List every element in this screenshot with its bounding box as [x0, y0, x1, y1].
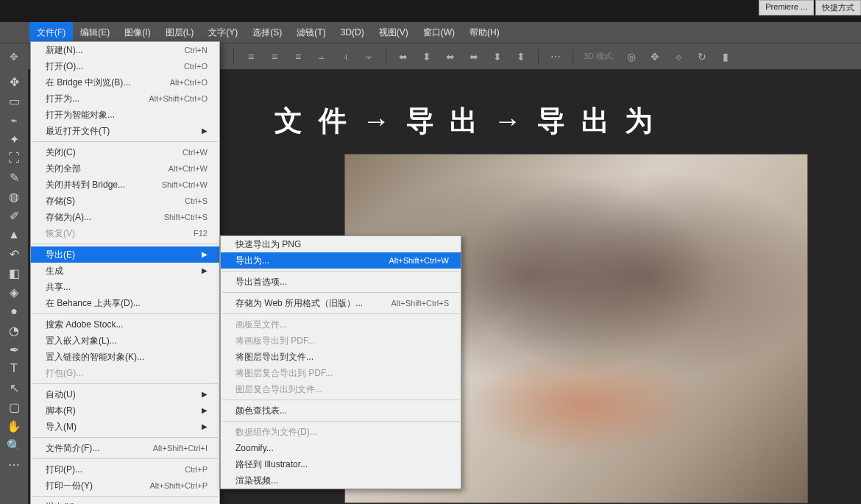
distribute-icon-3[interactable]: ⬌ — [444, 50, 457, 63]
tutorial-annotation: 文 件 → 导 出 → 导 出 为 — [274, 102, 657, 140]
type-tool[interactable]: T — [3, 360, 25, 377]
export-menu-item-18[interactable]: 渲染视频... — [221, 472, 461, 489]
export-menu-item-13[interactable]: 颜色查找表... — [221, 402, 461, 419]
distribute-h-icon[interactable]: ⬌ — [397, 50, 410, 63]
dodge-tool[interactable]: ◔ — [3, 322, 25, 339]
file-menu-item-7[interactable]: 关闭(C)Ctrl+W — [31, 144, 219, 160]
file-menu-item-11[interactable]: 存储为(A)...Shift+Ctrl+S — [31, 209, 219, 225]
export-menu-item-1[interactable]: 导出为...Alt+Shift+Ctrl+W — [221, 252, 461, 269]
file-menu-item-3[interactable]: 打开为...Alt+Shift+Ctrl+O — [31, 90, 219, 107]
taskbar-premiere[interactable]: Premiere ... — [759, 0, 814, 15]
file-menu-item-26[interactable]: 导入(M)▶ — [31, 419, 219, 435]
move-tool[interactable]: ✥ — [3, 73, 25, 90]
file-menu-item-label: 打开为智能对象... — [46, 109, 115, 121]
export-menu-item-16[interactable]: Zoomify... — [221, 440, 461, 456]
file-menu-item-14[interactable]: 导出(E)▶ — [31, 246, 219, 263]
file-menu-item-20[interactable]: 置入嵌入对象(L)... — [31, 333, 219, 349]
file-menu-item-24[interactable]: 自动(U)▶ — [31, 386, 219, 402]
menu-file[interactable]: 文件(F) — [29, 22, 73, 43]
file-menu-item-9[interactable]: 关闭并转到 Bridge...Shift+Ctrl+W — [31, 177, 219, 193]
distribute-icon-6[interactable]: ⬍ — [514, 50, 528, 63]
file-menu-item-2[interactable]: 在 Bridge 中浏览(B)...Alt+Ctrl+O — [31, 74, 219, 90]
menu-view[interactable]: 视图(V) — [372, 22, 416, 43]
menu-select[interactable]: 选择(S) — [245, 22, 289, 43]
export-menu-item-label: 路径到 Illustrator... — [235, 458, 308, 470]
file-menu-item-28[interactable]: 文件简介(F)...Alt+Shift+Ctrl+I — [31, 440, 219, 456]
stamp-tool[interactable]: ▲ — [3, 226, 25, 244]
lasso-tool[interactable]: ⌁ — [3, 111, 25, 129]
pen-tool[interactable]: ✒ — [3, 341, 25, 358]
rotate-icon[interactable]: ↻ — [695, 50, 709, 63]
file-menu-item-4[interactable]: 打开为智能对象... — [31, 107, 219, 123]
file-menu-item-19[interactable]: 搜索 Adobe Stock... — [31, 316, 219, 333]
file-menu-item-10[interactable]: 存储(S)Ctrl+S — [31, 193, 219, 209]
file-menu-item-0[interactable]: 新建(N)...Ctrl+N — [31, 42, 219, 58]
pan-icon[interactable]: ✥ — [648, 50, 662, 63]
distribute-icon-4[interactable]: ⬌ — [467, 50, 481, 63]
menu-image[interactable]: 图像(I) — [117, 22, 157, 43]
more-icon[interactable]: ⋯ — [549, 50, 562, 63]
align-top-icon[interactable]: ⫠ — [315, 50, 328, 63]
export-menu-item-0[interactable]: 快速导出为 PNG — [221, 236, 461, 252]
align-middle-icon[interactable]: ⫞ — [339, 50, 352, 63]
taskbar-shortcuts: Premiere ... 快捷方式 — [759, 0, 861, 15]
export-menu-item-label: Zoomify... — [235, 442, 274, 454]
file-menu-item-25[interactable]: 脚本(R)▶ — [31, 402, 219, 419]
move-tool-icon[interactable]: ✥ — [7, 50, 21, 63]
file-menu-item-label: 存储为(A)... — [46, 211, 91, 223]
file-menu-item-16[interactable]: 共享... — [31, 279, 219, 295]
align-left-icon[interactable]: ≡ — [244, 50, 258, 63]
menu-layer[interactable]: 图层(L) — [158, 22, 202, 43]
marquee-tool[interactable]: ▭ — [3, 92, 25, 110]
export-menu-item-3[interactable]: 导出首选项... — [221, 274, 461, 290]
eraser-tool[interactable]: ◧ — [3, 264, 25, 282]
gradient-tool[interactable]: ◈ — [3, 283, 25, 301]
align-right-icon[interactable]: ≡ — [291, 50, 305, 63]
export-menu-item-8: 将画板导出到 PDF... — [221, 333, 461, 349]
menu-edit[interactable]: 编辑(E) — [73, 22, 117, 43]
file-menu-item-1[interactable]: 打开(O)...Ctrl+O — [31, 58, 219, 74]
export-menu-item-17[interactable]: 路径到 Illustrator... — [221, 456, 461, 472]
blur-tool[interactable]: ● — [3, 302, 25, 320]
file-menu-item-30[interactable]: 打印(P)...Ctrl+P — [31, 461, 219, 478]
distribute-icon-5[interactable]: ⬍ — [491, 50, 504, 63]
align-bottom-icon[interactable]: ⫟ — [362, 50, 375, 63]
shape-tool[interactable]: ▢ — [3, 398, 25, 416]
export-menu-item-9[interactable]: 将图层导出到文件... — [221, 349, 461, 365]
export-menu-item-label: 画板至文件... — [235, 319, 287, 330]
menu-filter[interactable]: 滤镜(T) — [289, 22, 333, 43]
hand-tool[interactable]: ✋ — [3, 417, 25, 435]
file-menu-item-15[interactable]: 生成▶ — [31, 263, 219, 279]
file-menu-item-shortcut: Alt+Ctrl+W — [169, 163, 208, 174]
file-menu-item-31[interactable]: 打印一份(Y)Alt+Shift+Ctrl+P — [31, 478, 219, 494]
menu-window[interactable]: 窗口(W) — [416, 22, 462, 43]
file-menu-item-33[interactable]: 退出(X)Ctrl+Q — [31, 499, 219, 504]
crop-tool[interactable]: ⛶ — [3, 149, 25, 167]
file-menu-item-21[interactable]: 置入链接的智能对象(K)... — [31, 349, 219, 365]
file-menu-separator — [32, 437, 218, 438]
zoom-tool[interactable]: 🔍 — [3, 436, 25, 454]
export-menu-item-11: 图层复合导出到文件... — [221, 381, 461, 397]
history-brush-tool[interactable]: ↶ — [3, 245, 25, 263]
distribute-v-icon[interactable]: ⬍ — [420, 50, 433, 63]
wand-tool[interactable]: ✦ — [3, 130, 25, 148]
heal-tool[interactable]: ◍ — [3, 188, 25, 205]
path-tool[interactable]: ↖ — [3, 379, 25, 397]
eyedropper-tool[interactable]: ✎ — [3, 168, 25, 186]
brush-tool[interactable]: ✐ — [3, 207, 25, 224]
file-menu-item-17[interactable]: 在 Behance 上共享(D)... — [31, 295, 219, 311]
menu-3d[interactable]: 3D(D) — [333, 23, 372, 42]
toolbox: ✥ ▭ ⌁ ✦ ⛶ ✎ ◍ ✐ ▲ ↶ ◧ ◈ ● ◔ ✒ T ↖ ▢ ✋ 🔍 … — [0, 69, 28, 504]
menu-type[interactable]: 文字(Y) — [201, 22, 245, 43]
dolly-icon[interactable]: ⟐ — [672, 50, 685, 63]
align-center-icon[interactable]: ≡ — [268, 50, 281, 63]
toolbar-more[interactable]: ⋯ — [3, 455, 25, 473]
orbit-icon[interactable]: ◎ — [625, 50, 638, 63]
file-menu-item-5[interactable]: 最近打开文件(T)▶ — [31, 123, 219, 139]
submenu-arrow-icon: ▶ — [202, 421, 208, 433]
menu-help[interactable]: 帮助(H) — [462, 22, 507, 43]
taskbar-shortcut[interactable]: 快捷方式 — [815, 0, 861, 15]
file-menu-item-8[interactable]: 关闭全部Alt+Ctrl+W — [31, 160, 219, 177]
camera-icon[interactable]: ▮ — [719, 50, 732, 63]
export-menu-item-5[interactable]: 存储为 Web 所用格式（旧版）...Alt+Shift+Ctrl+S — [221, 295, 461, 311]
